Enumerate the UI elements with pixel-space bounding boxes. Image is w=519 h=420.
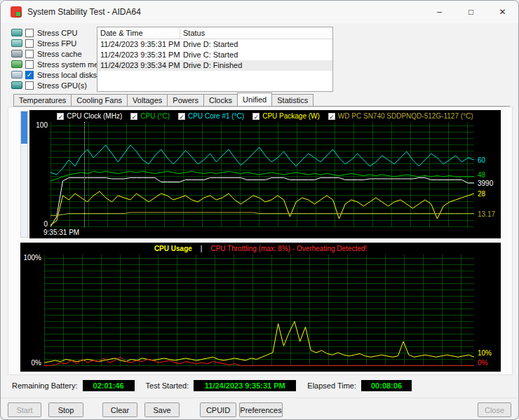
event-log-row[interactable]: 11/24/2023 9:35:31 PMDrive D: Started (97, 39, 332, 50)
tab-clocks[interactable]: Clocks (203, 94, 238, 107)
usage-plot-area (44, 255, 474, 366)
series-line-cpu-core-1-c (50, 145, 474, 175)
tab-voltages[interactable]: Voltages (127, 94, 168, 107)
tab-cooling-fans[interactable]: Cooling Fans (71, 94, 128, 107)
legend-label: CPU Clock (MHz) (67, 112, 122, 120)
footer-divider (1, 398, 518, 398)
tab-powers[interactable]: Powers (167, 94, 204, 107)
cpuid-button[interactable]: CPUID (200, 402, 236, 417)
current-value-cpu-clock-mhz: 3990 (478, 179, 493, 187)
stress-option-stress-cache[interactable]: Stress cache (11, 49, 95, 58)
stress-option-label: Stress cache (37, 50, 82, 58)
legend-label: CPU Core #1 (°C) (188, 112, 244, 120)
test-started-label: Test Started: (146, 381, 189, 390)
tab-unified[interactable]: Unified (237, 93, 272, 107)
preferences-button[interactable]: Preferences (239, 402, 283, 417)
clear-button[interactable]: Clear (102, 402, 137, 417)
graph-panel: ✓CPU Clock (MHz)✓CPU (°C)✓CPU Core #1 (°… (8, 107, 513, 375)
event-status: Drive D: Finished (180, 60, 245, 71)
remaining-battery-value: 02:01:46 (83, 380, 135, 391)
stress-option-label: Stress FPU (37, 39, 76, 48)
scrollbar-thumb[interactable] (21, 111, 27, 144)
event-log-header: Date & Time Status (97, 27, 332, 39)
event-log-row[interactable]: 11/24/2023 9:35:34 PMDrive D: Finished (97, 60, 332, 71)
stress-option-stress-system-memory[interactable]: Stress system memory (11, 60, 95, 69)
tab-temperatures[interactable]: Temperatures (13, 94, 72, 107)
y-axis-min-label: 0 (43, 220, 48, 228)
event-datetime: 11/24/2023 9:35:31 PM (97, 50, 180, 60)
usage-axis-min-label: 0% (32, 359, 41, 367)
stress-option-stress-fpu[interactable]: Stress FPU (11, 39, 95, 48)
usage-chart-footer (20, 366, 501, 372)
legend-checkbox-cpu-c[interactable]: ✓ (130, 113, 137, 120)
legend-checkbox-cpu-package-w[interactable]: ✓ (252, 113, 260, 120)
maximize-button[interactable]: □ (455, 1, 487, 23)
legend-item-cpu-clock-mhz: ✓CPU Clock (MHz) (57, 112, 122, 120)
title-separator: | (201, 245, 203, 252)
system-stability-test-window: System Stability Test - AIDA64 – □ ✕ Str… (0, 0, 519, 420)
chart-legend: ✓CPU Clock (MHz)✓CPU (°C)✓CPU Core #1 (°… (29, 110, 501, 122)
event-datetime: 11/24/2023 9:35:34 PM (97, 60, 180, 71)
tab-statistics[interactable]: Statistics (271, 94, 314, 107)
close-button: Close (478, 402, 511, 417)
app-icon (11, 6, 22, 18)
stress-option-stress-gpu-s[interactable]: Stress GPU(s) (11, 81, 95, 90)
stress-option-label: Stress CPU (37, 29, 77, 37)
series-line-cpu-usage (44, 321, 474, 363)
y-axis-max-label: 100 (36, 121, 48, 129)
legend-checkbox-cpu-clock-mhz[interactable]: ✓ (57, 113, 64, 120)
sensor-plot-area (50, 122, 474, 227)
event-log-rows: 11/24/2023 9:35:31 PMDrive D: Started11/… (97, 39, 332, 71)
usage-title: CPU Usage (154, 245, 192, 252)
graph-tabstrip: TemperaturesCooling FansVoltagesPowersCl… (13, 94, 510, 107)
checkbox-stress-local-disks[interactable]: ✓ (25, 71, 34, 79)
legend-checkbox-wd-pc-sn740-sddpnqd-512g-1127-c[interactable]: ✓ (328, 113, 335, 120)
legend-label: WD PC SN740 SDDPNQD-512G-1127 (°C) (338, 112, 473, 120)
stress-option-stress-cpu[interactable]: Stress CPU (11, 28, 95, 37)
x-axis-start-time: 9:35:31 PM (29, 227, 501, 238)
series-line-cpu-package-w (50, 191, 474, 225)
event-log-row[interactable]: 11/24/2023 9:35:31 PMDrive C: Started (97, 50, 332, 60)
legend-item-cpu-c: ✓CPU (°C) (130, 112, 170, 120)
test-started-value: 11/24/2023 9:35:31 PM (194, 380, 296, 391)
window-title: System Stability Test - AIDA64 (27, 7, 141, 17)
checkbox-stress-gpu-s[interactable] (25, 81, 34, 90)
stress-option-stress-local-disks[interactable]: ✓Stress local disks (11, 70, 95, 79)
usage-axis-max-label: 100% (23, 254, 41, 262)
event-datetime: 11/24/2023 9:35:31 PM (97, 39, 180, 50)
close-window-button[interactable]: ✕ (487, 1, 518, 23)
test-start-marker (84, 122, 85, 227)
stress-option-label: Stress GPU(s) (37, 81, 87, 90)
y-axis-left-usage: 100% 0% (20, 255, 44, 366)
stop-button[interactable]: Stop (48, 402, 83, 417)
cache-icon (11, 50, 22, 57)
legend-label: CPU Package (W) (262, 112, 320, 120)
current-value-cpu-throttling: 0% (478, 359, 487, 367)
column-header-datetime[interactable]: Date & Time (97, 27, 180, 39)
series-line-cpu-clock-mhz (50, 178, 474, 227)
cpu-usage-chart-title: CPU Usage | CPU Throttling (max: 8%) - O… (20, 243, 501, 255)
legend-checkbox-cpu-core-1-c[interactable]: ✓ (178, 113, 185, 120)
chart-vertical-scrollbar[interactable] (20, 111, 28, 238)
checkbox-stress-system-memory[interactable] (25, 60, 34, 69)
checkbox-stress-cpu[interactable] (25, 29, 34, 37)
legend-item-cpu-package-w: ✓CPU Package (W) (252, 112, 320, 120)
stress-option-label: Stress local disks (37, 71, 97, 79)
event-status: Drive D: Started (180, 39, 241, 50)
series-line-cpu-c (50, 172, 474, 182)
checkbox-stress-cache[interactable] (25, 50, 34, 58)
disk-icon (11, 71, 22, 79)
usage-plot-lines (44, 255, 474, 366)
status-bar: Remaining Battery: 02:01:46 Test Started… (12, 380, 507, 391)
titlebar: System Stability Test - AIDA64 – □ ✕ (1, 1, 518, 23)
current-value-wd-pc-sn740-sddpnqd-512g-1127-c: 13.17 (478, 210, 495, 217)
legend-label: CPU (°C) (140, 112, 170, 120)
minimize-button[interactable]: – (424, 1, 455, 23)
elapsed-time-label: Elapsed Time: (307, 381, 356, 390)
series-line-wd-pc-sn740-sddpnqd-512g-1127-c (50, 212, 474, 216)
save-button[interactable]: Save (144, 402, 180, 417)
fpu-icon (11, 39, 22, 47)
column-header-status[interactable]: Status (180, 27, 208, 39)
legend-item-cpu-core-1-c: ✓CPU Core #1 (°C) (178, 112, 244, 120)
checkbox-stress-fpu[interactable] (25, 39, 34, 48)
